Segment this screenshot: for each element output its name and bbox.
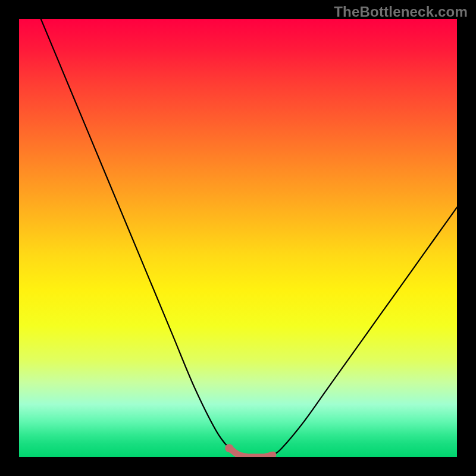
gradient-background: [19, 19, 457, 457]
plot-area: [19, 19, 457, 457]
watermark-text: TheBottleneck.com: [334, 4, 468, 20]
chart-frame: TheBottleneck.com: [0, 0, 476, 476]
